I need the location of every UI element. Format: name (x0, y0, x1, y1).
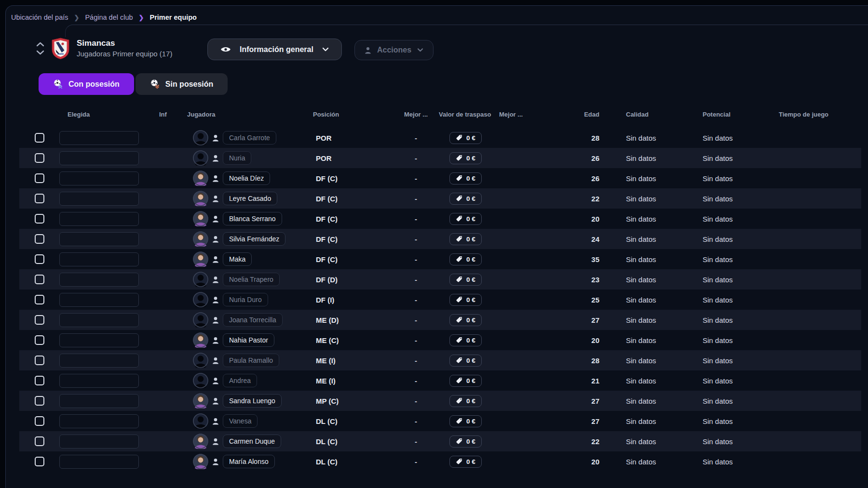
player-name[interactable]: Carmen Duque (223, 435, 281, 448)
elegida-input[interactable] (59, 273, 139, 287)
row-checkbox[interactable] (35, 275, 44, 284)
column-header-inf[interactable]: Inf (145, 111, 187, 118)
elegida-input[interactable] (59, 293, 139, 307)
row-checkbox[interactable] (35, 315, 44, 325)
row-checkbox[interactable] (35, 335, 44, 345)
transfer-value-tag[interactable]: 0 € (449, 355, 482, 367)
column-header-elegida[interactable]: Elegida (53, 111, 145, 118)
transfer-value-tag[interactable]: 0 € (449, 274, 482, 286)
player-avatar[interactable] (193, 191, 208, 206)
transfer-value-tag[interactable]: 0 € (449, 334, 482, 346)
breadcrumb-item-country[interactable]: Ubicación del país (11, 13, 68, 21)
player-name[interactable]: Leyre Casado (223, 192, 277, 205)
column-header-edad[interactable]: Edad (559, 111, 603, 118)
player-name[interactable]: Carla Garrote (223, 131, 276, 145)
player-avatar[interactable] (193, 373, 208, 388)
row-checkbox[interactable] (35, 173, 44, 183)
elegida-input[interactable] (59, 192, 139, 206)
column-header-potencial[interactable]: Potencial (680, 111, 757, 118)
column-header-tiempo[interactable]: Tiempo de juego (757, 111, 861, 118)
elegida-input[interactable] (59, 455, 139, 469)
elegida-input[interactable] (59, 354, 139, 368)
player-avatar[interactable] (193, 332, 208, 348)
player-name[interactable]: Nuria (223, 151, 251, 165)
transfer-value-tag[interactable]: 0 € (449, 435, 482, 448)
column-header-valor[interactable]: Valor de traspaso (434, 111, 497, 118)
transfer-value-tag[interactable]: 0 € (449, 395, 482, 407)
elegida-input[interactable] (59, 394, 139, 408)
column-header-mejor-1[interactable]: Mejor ... (400, 111, 434, 118)
player-avatar[interactable] (193, 150, 208, 166)
row-checkbox[interactable] (35, 295, 44, 304)
transfer-value-tag[interactable]: 0 € (449, 152, 482, 164)
player-avatar[interactable] (193, 251, 208, 267)
player-name[interactable]: Noelia Díez (223, 171, 270, 185)
transfer-value-tag[interactable]: 0 € (449, 213, 482, 225)
column-header-jugadora[interactable]: Jugadora (187, 111, 311, 118)
elegida-input[interactable] (59, 333, 139, 347)
row-checkbox[interactable] (35, 396, 44, 406)
tab-con-posesion[interactable]: Con posesión (39, 73, 134, 95)
transfer-value-tag[interactable]: 0 € (449, 172, 482, 185)
row-checkbox[interactable] (35, 356, 44, 365)
elegida-input[interactable] (59, 414, 139, 428)
elegida-input[interactable] (59, 435, 139, 448)
player-avatar[interactable] (193, 272, 208, 287)
actions-dropdown-button[interactable]: Acciones (354, 40, 434, 60)
transfer-value-tag[interactable]: 0 € (449, 132, 482, 144)
player-avatar[interactable] (193, 353, 208, 368)
player-avatar[interactable] (193, 312, 208, 328)
chevron-down-icon[interactable] (36, 50, 44, 55)
player-avatar[interactable] (193, 292, 208, 307)
transfer-value-tag[interactable]: 0 € (449, 415, 482, 427)
elegida-input[interactable] (59, 313, 139, 327)
elegida-input[interactable] (59, 171, 139, 185)
player-avatar[interactable] (193, 171, 208, 186)
elegida-input[interactable] (59, 212, 139, 226)
player-name[interactable]: Maka (223, 252, 252, 266)
transfer-value-tag[interactable]: 0 € (449, 294, 482, 306)
tab-sin-posesion[interactable]: Sin posesión (136, 73, 228, 95)
transfer-value-tag[interactable]: 0 € (449, 233, 482, 245)
transfer-value-tag[interactable]: 0 € (449, 375, 482, 387)
player-avatar[interactable] (193, 413, 208, 429)
player-name[interactable]: Nahia Pastor (223, 333, 274, 347)
player-name[interactable]: Silvia Fernández (223, 232, 285, 246)
elegida-input[interactable] (59, 232, 139, 246)
row-checkbox[interactable] (35, 416, 44, 426)
player-name[interactable]: Vanesa (223, 414, 258, 428)
player-name[interactable]: Blanca Serrano (223, 212, 282, 225)
player-name[interactable]: Noelia Trapero (223, 273, 280, 286)
elegida-input[interactable] (59, 374, 139, 388)
player-name[interactable]: Paula Ramallo (223, 354, 279, 367)
player-name[interactable]: Sandra Luengo (223, 394, 282, 408)
player-name[interactable]: Andrea (223, 374, 257, 387)
player-avatar[interactable] (193, 393, 208, 409)
transfer-value-tag[interactable]: 0 € (449, 193, 482, 205)
row-checkbox[interactable] (35, 376, 44, 385)
player-avatar[interactable] (193, 211, 208, 226)
breadcrumb-item-club[interactable]: Página del club (85, 13, 133, 21)
transfer-value-tag[interactable]: 0 € (449, 456, 482, 468)
row-checkbox[interactable] (35, 457, 44, 466)
player-name[interactable]: María Alonso (223, 455, 275, 468)
column-header-calidad[interactable]: Calidad (603, 111, 680, 118)
view-dropdown-button[interactable]: Información general (207, 39, 342, 60)
chevron-up-icon[interactable] (36, 42, 44, 47)
player-name[interactable]: Nuria Duro (223, 293, 268, 306)
elegida-input[interactable] (59, 131, 139, 145)
elegida-input[interactable] (59, 151, 139, 165)
row-checkbox[interactable] (35, 133, 44, 143)
row-checkbox[interactable] (35, 254, 44, 264)
player-avatar[interactable] (193, 231, 208, 247)
player-avatar[interactable] (193, 454, 208, 469)
player-avatar[interactable] (193, 434, 208, 449)
transfer-value-tag[interactable]: 0 € (449, 253, 482, 265)
row-checkbox[interactable] (35, 153, 44, 163)
row-checkbox[interactable] (35, 234, 44, 244)
player-avatar[interactable] (193, 130, 208, 145)
player-name[interactable]: Joana Torrecilla (223, 313, 283, 327)
row-checkbox[interactable] (35, 436, 44, 446)
row-checkbox[interactable] (35, 194, 44, 203)
column-header-mejor-2[interactable]: Mejor ... (497, 111, 559, 118)
